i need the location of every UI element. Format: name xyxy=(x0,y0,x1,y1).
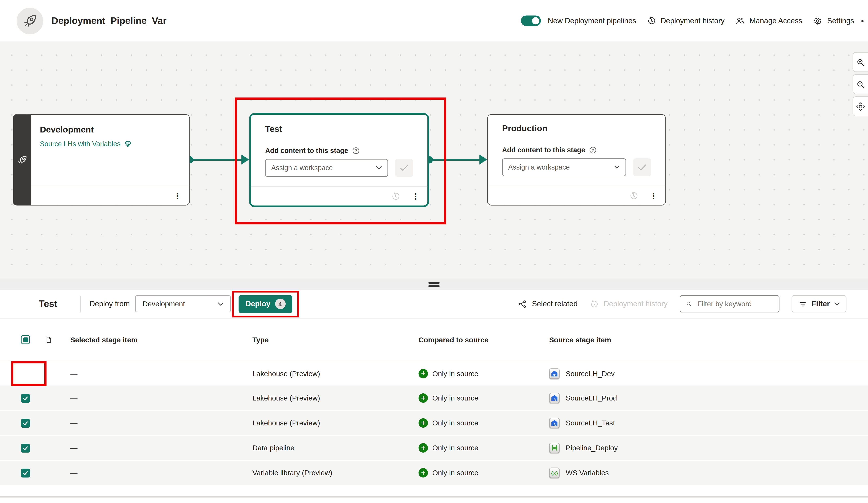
dev-to-test-arrowhead xyxy=(241,154,249,164)
compared-cell: Only in source xyxy=(418,468,549,477)
history-icon xyxy=(590,299,599,308)
help-icon[interactable] xyxy=(589,146,597,154)
settings-button[interactable]: Settings xyxy=(813,16,854,26)
source-item-name: SourceLH_Dev xyxy=(566,369,614,378)
select-all-checkbox[interactable] xyxy=(21,335,30,344)
help-icon[interactable] xyxy=(352,147,360,154)
row-checkbox-checked[interactable] xyxy=(21,394,30,403)
splitter-handle[interactable] xyxy=(428,282,440,289)
deploy-toolbar: Test Deploy from Development Deploy 4 Se… xyxy=(0,290,868,319)
deployment-history-button[interactable]: Deployment history xyxy=(647,16,724,25)
assign-workspace-dropdown[interactable]: Assign a workspace xyxy=(502,158,626,176)
compared-text: Only in source xyxy=(432,444,478,452)
deploy-button[interactable]: Deploy 4 xyxy=(239,295,292,313)
deployment-history-button-disabled[interactable]: Deployment history xyxy=(590,299,668,308)
settings-label: Settings xyxy=(827,17,854,25)
stage-card-footer: ⋮ xyxy=(31,185,189,205)
add-content-label: Add content to this stage xyxy=(502,146,651,154)
type-cell: Lakehouse (Preview) xyxy=(252,419,418,427)
type-cell: Data pipeline xyxy=(252,444,418,452)
chevron-down-icon xyxy=(614,165,620,170)
select-related-button[interactable]: Select related xyxy=(518,299,578,308)
deploy-button-label: Deploy xyxy=(246,300,270,308)
keyword-filter-searchbox xyxy=(680,295,779,313)
table-row[interactable]: — Lakehouse (Preview) Only in source Sou… xyxy=(0,411,868,436)
source-cell: Pipeline_Deploy xyxy=(549,443,868,453)
selected-stage-item-cell: — xyxy=(70,419,252,427)
row-checkbox-checked[interactable] xyxy=(21,419,30,427)
rocket-icon xyxy=(17,154,27,165)
pipeline-canvas: Development Source LHs with Variables ⋮ … xyxy=(0,41,868,279)
only-in-source-icon xyxy=(418,418,428,427)
confirm-assign-button[interactable] xyxy=(395,159,413,177)
history-icon xyxy=(391,191,400,201)
selected-stage-item-cell: — xyxy=(70,444,252,452)
compared-cell: Only in source xyxy=(418,369,549,378)
zoom-in-button[interactable] xyxy=(852,52,868,72)
more-menu-icon[interactable] xyxy=(861,20,864,22)
app-window: Deployment_Pipeline_Var New Deployment p… xyxy=(0,0,868,503)
deployment-history-label: Deployment history xyxy=(603,300,668,308)
zoom-out-button[interactable] xyxy=(852,74,868,94)
variable-library-icon: {x} xyxy=(549,467,560,478)
assign-workspace-placeholder: Assign a workspace xyxy=(508,163,614,171)
row-checkbox-checked[interactable] xyxy=(21,469,30,477)
source-item-name: WS Variables xyxy=(566,469,609,477)
new-deployment-pipelines-toggle[interactable] xyxy=(521,16,540,26)
page-bottom-area xyxy=(0,496,868,503)
source-item-name: SourceLH_Test xyxy=(566,419,615,427)
stage-card-test[interactable]: Test Add content to this stage Assign a … xyxy=(249,113,429,207)
workspace-link[interactable]: Source LHs with Variables xyxy=(40,140,180,148)
fit-to-screen-button[interactable] xyxy=(852,97,868,116)
share-graph-icon xyxy=(518,299,527,308)
app-header: Deployment_Pipeline_Var New Deployment p… xyxy=(0,0,868,41)
stage-card-development[interactable]: Development Source LHs with Variables ⋮ xyxy=(13,114,190,205)
table-header-row: Selected stage item Type Compared to sou… xyxy=(0,319,868,361)
filter-button-label: Filter xyxy=(812,300,830,308)
deploy-count-badge: 4 xyxy=(275,299,286,309)
manage-access-button[interactable]: Manage Access xyxy=(735,16,802,26)
compared-text: Only in source xyxy=(432,369,478,378)
add-content-text: Add content to this stage xyxy=(265,147,348,154)
deploy-from-label: Deploy from xyxy=(90,300,130,308)
more-options-icon[interactable]: ⋮ xyxy=(411,192,420,200)
panel-splitter xyxy=(0,279,868,290)
document-icon xyxy=(45,335,53,344)
stage-history-button[interactable] xyxy=(629,191,638,200)
source-item-name: SourceLH_Prod xyxy=(566,394,617,402)
stage-content-table: Selected stage item Type Compared to sou… xyxy=(0,319,868,486)
source-cell: SourceLH_Prod xyxy=(549,393,868,403)
compared-cell: Only in source xyxy=(418,418,549,427)
assigned-stage-strip xyxy=(13,115,31,205)
test-to-prod-arrowhead xyxy=(479,154,487,164)
lakehouse-icon xyxy=(549,368,560,379)
filter-button[interactable]: Filter xyxy=(792,295,847,313)
assign-workspace-placeholder: Assign a workspace xyxy=(271,164,376,172)
table-row[interactable]: — Variable library (Preview) Only in sou… xyxy=(0,461,868,486)
variable-glyph: {x} xyxy=(551,470,558,475)
row-checkbox-checked[interactable] xyxy=(21,443,30,452)
keyword-filter-input[interactable] xyxy=(696,299,774,309)
confirm-assign-button[interactable] xyxy=(633,158,651,176)
fit-to-screen-icon xyxy=(856,102,865,111)
stage-card-production[interactable]: Production Add content to this stage Ass… xyxy=(487,114,666,205)
workspace-link-label: Source LHs with Variables xyxy=(40,140,121,148)
source-cell: SourceLH_Test xyxy=(549,418,868,428)
deploy-from-dropdown[interactable]: Development xyxy=(135,295,231,313)
only-in-source-icon xyxy=(418,393,428,403)
zoom-out-icon xyxy=(856,79,865,89)
more-options-icon[interactable]: ⋮ xyxy=(173,191,182,200)
table-row[interactable]: — Lakehouse (Preview) Only in source Sou… xyxy=(0,386,868,411)
more-options-icon[interactable]: ⋮ xyxy=(649,191,658,200)
assign-workspace-dropdown[interactable]: Assign a workspace xyxy=(265,159,388,177)
source-cell: {x} WS Variables xyxy=(549,467,868,478)
col-compared-to-source: Compared to source xyxy=(418,335,549,344)
table-row[interactable]: — Lakehouse (Preview) Only in source Sou… xyxy=(0,361,868,386)
toggle-knob xyxy=(532,17,539,24)
type-cell: Variable library (Preview) xyxy=(252,469,418,477)
table-row[interactable]: — Data pipeline Only in source Pipeline_… xyxy=(0,436,868,461)
data-pipeline-icon xyxy=(549,443,560,453)
people-icon xyxy=(735,16,745,26)
item-type-column-icon xyxy=(45,335,53,344)
stage-history-button[interactable] xyxy=(391,191,400,201)
